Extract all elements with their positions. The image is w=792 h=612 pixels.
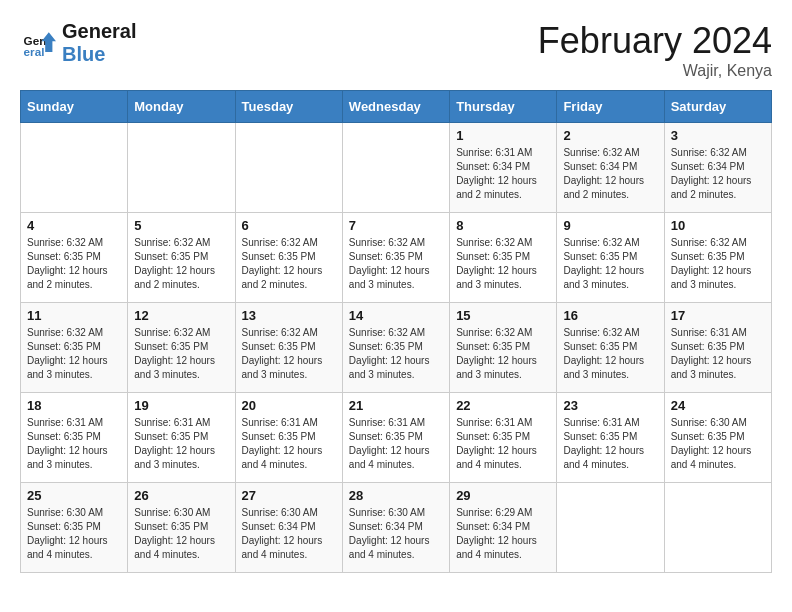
day-detail: Sunrise: 6:32 AMSunset: 6:34 PMDaylight:… <box>671 146 765 202</box>
calendar-week-4: 18Sunrise: 6:31 AMSunset: 6:35 PMDayligh… <box>21 393 772 483</box>
day-detail: Sunrise: 6:31 AMSunset: 6:35 PMDaylight:… <box>349 416 443 472</box>
day-detail: Sunrise: 6:32 AMSunset: 6:35 PMDaylight:… <box>242 236 336 292</box>
day-detail: Sunrise: 6:31 AMSunset: 6:35 PMDaylight:… <box>242 416 336 472</box>
day-number: 6 <box>242 218 336 233</box>
day-number: 5 <box>134 218 228 233</box>
calendar-week-3: 11Sunrise: 6:32 AMSunset: 6:35 PMDayligh… <box>21 303 772 393</box>
calendar-cell: 15Sunrise: 6:32 AMSunset: 6:35 PMDayligh… <box>450 303 557 393</box>
calendar-cell <box>235 123 342 213</box>
calendar-cell: 9Sunrise: 6:32 AMSunset: 6:35 PMDaylight… <box>557 213 664 303</box>
calendar-cell: 5Sunrise: 6:32 AMSunset: 6:35 PMDaylight… <box>128 213 235 303</box>
day-number: 9 <box>563 218 657 233</box>
calendar-cell: 24Sunrise: 6:30 AMSunset: 6:35 PMDayligh… <box>664 393 771 483</box>
calendar-cell: 8Sunrise: 6:32 AMSunset: 6:35 PMDaylight… <box>450 213 557 303</box>
day-number: 2 <box>563 128 657 143</box>
logo-text: General Blue <box>62 20 136 66</box>
day-number: 23 <box>563 398 657 413</box>
logo: Gen eral General Blue <box>20 20 136 66</box>
header-wednesday: Wednesday <box>342 91 449 123</box>
day-detail: Sunrise: 6:31 AMSunset: 6:35 PMDaylight:… <box>27 416 121 472</box>
day-detail: Sunrise: 6:32 AMSunset: 6:35 PMDaylight:… <box>27 236 121 292</box>
calendar-cell: 27Sunrise: 6:30 AMSunset: 6:34 PMDayligh… <box>235 483 342 573</box>
day-number: 8 <box>456 218 550 233</box>
day-detail: Sunrise: 6:30 AMSunset: 6:35 PMDaylight:… <box>671 416 765 472</box>
day-detail: Sunrise: 6:32 AMSunset: 6:35 PMDaylight:… <box>563 326 657 382</box>
calendar-cell: 6Sunrise: 6:32 AMSunset: 6:35 PMDaylight… <box>235 213 342 303</box>
day-detail: Sunrise: 6:32 AMSunset: 6:35 PMDaylight:… <box>134 326 228 382</box>
day-number: 18 <box>27 398 121 413</box>
day-detail: Sunrise: 6:32 AMSunset: 6:35 PMDaylight:… <box>349 326 443 382</box>
day-detail: Sunrise: 6:29 AMSunset: 6:34 PMDaylight:… <box>456 506 550 562</box>
calendar-cell: 28Sunrise: 6:30 AMSunset: 6:34 PMDayligh… <box>342 483 449 573</box>
calendar-cell: 23Sunrise: 6:31 AMSunset: 6:35 PMDayligh… <box>557 393 664 483</box>
calendar-cell: 21Sunrise: 6:31 AMSunset: 6:35 PMDayligh… <box>342 393 449 483</box>
title-area: February 2024 Wajir, Kenya <box>538 20 772 80</box>
calendar-cell: 16Sunrise: 6:32 AMSunset: 6:35 PMDayligh… <box>557 303 664 393</box>
day-number: 1 <box>456 128 550 143</box>
day-number: 12 <box>134 308 228 323</box>
day-detail: Sunrise: 6:30 AMSunset: 6:34 PMDaylight:… <box>242 506 336 562</box>
day-number: 27 <box>242 488 336 503</box>
header-tuesday: Tuesday <box>235 91 342 123</box>
svg-text:eral: eral <box>24 45 45 58</box>
day-number: 4 <box>27 218 121 233</box>
calendar-cell: 4Sunrise: 6:32 AMSunset: 6:35 PMDaylight… <box>21 213 128 303</box>
location: Wajir, Kenya <box>538 62 772 80</box>
day-detail: Sunrise: 6:32 AMSunset: 6:35 PMDaylight:… <box>456 236 550 292</box>
calendar-cell: 17Sunrise: 6:31 AMSunset: 6:35 PMDayligh… <box>664 303 771 393</box>
day-detail: Sunrise: 6:32 AMSunset: 6:35 PMDaylight:… <box>671 236 765 292</box>
day-detail: Sunrise: 6:32 AMSunset: 6:34 PMDaylight:… <box>563 146 657 202</box>
calendar-cell: 1Sunrise: 6:31 AMSunset: 6:34 PMDaylight… <box>450 123 557 213</box>
calendar-week-5: 25Sunrise: 6:30 AMSunset: 6:35 PMDayligh… <box>21 483 772 573</box>
header-friday: Friday <box>557 91 664 123</box>
calendar-cell: 29Sunrise: 6:29 AMSunset: 6:34 PMDayligh… <box>450 483 557 573</box>
day-detail: Sunrise: 6:32 AMSunset: 6:35 PMDaylight:… <box>349 236 443 292</box>
day-detail: Sunrise: 6:32 AMSunset: 6:35 PMDaylight:… <box>563 236 657 292</box>
day-detail: Sunrise: 6:30 AMSunset: 6:34 PMDaylight:… <box>349 506 443 562</box>
day-number: 13 <box>242 308 336 323</box>
day-number: 21 <box>349 398 443 413</box>
day-detail: Sunrise: 6:30 AMSunset: 6:35 PMDaylight:… <box>134 506 228 562</box>
calendar-cell <box>21 123 128 213</box>
calendar-cell: 2Sunrise: 6:32 AMSunset: 6:34 PMDaylight… <box>557 123 664 213</box>
calendar-cell: 13Sunrise: 6:32 AMSunset: 6:35 PMDayligh… <box>235 303 342 393</box>
calendar-cell: 20Sunrise: 6:31 AMSunset: 6:35 PMDayligh… <box>235 393 342 483</box>
calendar-cell <box>342 123 449 213</box>
day-number: 11 <box>27 308 121 323</box>
day-number: 20 <box>242 398 336 413</box>
day-detail: Sunrise: 6:32 AMSunset: 6:35 PMDaylight:… <box>27 326 121 382</box>
calendar-cell: 7Sunrise: 6:32 AMSunset: 6:35 PMDaylight… <box>342 213 449 303</box>
calendar-cell: 14Sunrise: 6:32 AMSunset: 6:35 PMDayligh… <box>342 303 449 393</box>
day-detail: Sunrise: 6:31 AMSunset: 6:35 PMDaylight:… <box>671 326 765 382</box>
day-number: 24 <box>671 398 765 413</box>
day-number: 19 <box>134 398 228 413</box>
calendar-cell: 10Sunrise: 6:32 AMSunset: 6:35 PMDayligh… <box>664 213 771 303</box>
calendar-cell: 19Sunrise: 6:31 AMSunset: 6:35 PMDayligh… <box>128 393 235 483</box>
calendar-cell: 25Sunrise: 6:30 AMSunset: 6:35 PMDayligh… <box>21 483 128 573</box>
day-number: 3 <box>671 128 765 143</box>
day-detail: Sunrise: 6:31 AMSunset: 6:34 PMDaylight:… <box>456 146 550 202</box>
day-detail: Sunrise: 6:31 AMSunset: 6:35 PMDaylight:… <box>563 416 657 472</box>
day-detail: Sunrise: 6:32 AMSunset: 6:35 PMDaylight:… <box>242 326 336 382</box>
calendar-header-row: Sunday Monday Tuesday Wednesday Thursday… <box>21 91 772 123</box>
calendar-cell: 11Sunrise: 6:32 AMSunset: 6:35 PMDayligh… <box>21 303 128 393</box>
day-number: 22 <box>456 398 550 413</box>
day-number: 29 <box>456 488 550 503</box>
day-number: 15 <box>456 308 550 323</box>
day-number: 28 <box>349 488 443 503</box>
calendar-cell <box>557 483 664 573</box>
day-detail: Sunrise: 6:30 AMSunset: 6:35 PMDaylight:… <box>27 506 121 562</box>
page-header: Gen eral General Blue February 2024 Waji… <box>20 20 772 80</box>
calendar-cell: 3Sunrise: 6:32 AMSunset: 6:34 PMDaylight… <box>664 123 771 213</box>
calendar-week-1: 1Sunrise: 6:31 AMSunset: 6:34 PMDaylight… <box>21 123 772 213</box>
calendar-cell: 12Sunrise: 6:32 AMSunset: 6:35 PMDayligh… <box>128 303 235 393</box>
calendar-cell: 18Sunrise: 6:31 AMSunset: 6:35 PMDayligh… <box>21 393 128 483</box>
logo-icon: Gen eral <box>20 25 56 61</box>
month-title: February 2024 <box>538 20 772 62</box>
day-detail: Sunrise: 6:32 AMSunset: 6:35 PMDaylight:… <box>134 236 228 292</box>
day-number: 26 <box>134 488 228 503</box>
day-detail: Sunrise: 6:31 AMSunset: 6:35 PMDaylight:… <box>134 416 228 472</box>
calendar-cell: 22Sunrise: 6:31 AMSunset: 6:35 PMDayligh… <box>450 393 557 483</box>
day-number: 17 <box>671 308 765 323</box>
day-number: 16 <box>563 308 657 323</box>
